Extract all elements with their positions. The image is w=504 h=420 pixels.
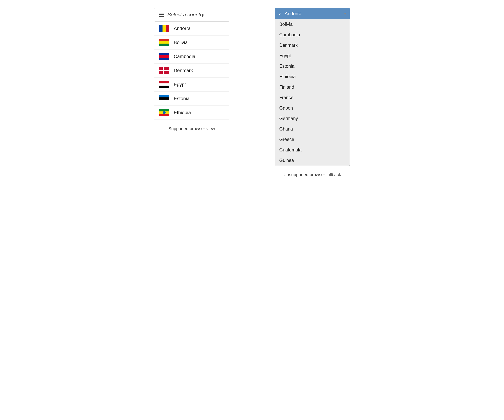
select-trigger-label: Select a country bbox=[168, 12, 204, 18]
select-trigger-button[interactable]: Select a country bbox=[154, 8, 229, 22]
list-item[interactable]: Ghana bbox=[275, 124, 350, 134]
page-wrapper: Select a country AndorraBoliviaCambodiaD… bbox=[143, 8, 361, 177]
list-item[interactable]: Andorra bbox=[154, 22, 229, 35]
select-selected-item[interactable]: ✓ Andorra bbox=[275, 8, 350, 19]
list-item[interactable]: Bolivia bbox=[275, 19, 350, 30]
list-item[interactable]: Estonia bbox=[275, 61, 350, 71]
list-item[interactable]: Estonia bbox=[154, 92, 229, 106]
list-item[interactable]: Ethiopia bbox=[275, 71, 350, 82]
custom-dropdown: AndorraBoliviaCambodiaDenmarkEgyptEstoni… bbox=[154, 22, 229, 120]
left-panel-label: Supported browser view bbox=[168, 126, 215, 131]
country-name-estonia: Estonia bbox=[174, 96, 190, 101]
list-item[interactable]: Greece bbox=[275, 134, 350, 145]
flag-icon-estonia bbox=[159, 95, 169, 102]
right-panel: ✓ Andorra BoliviaCambodiaDenmarkEgyptEst… bbox=[264, 8, 361, 177]
flag-icon-egypt bbox=[159, 81, 169, 88]
country-name-cambodia: Cambodia bbox=[174, 54, 195, 59]
country-name-denmark: Denmark bbox=[174, 68, 193, 73]
flag-icon-denmark bbox=[159, 67, 169, 74]
list-item[interactable]: Cambodia bbox=[154, 50, 229, 64]
list-item[interactable]: Guinea bbox=[275, 155, 350, 166]
list-item[interactable]: Gabon bbox=[275, 103, 350, 113]
right-panel-label: Unsupported browser fallback bbox=[283, 172, 341, 177]
flag-icon-andorra bbox=[159, 25, 169, 32]
list-item[interactable]: Finland bbox=[275, 82, 350, 92]
native-select-wrapper: ✓ Andorra BoliviaCambodiaDenmarkEgyptEst… bbox=[275, 8, 350, 166]
checkmark-icon: ✓ bbox=[278, 11, 282, 16]
select-options-list: BoliviaCambodiaDenmarkEgyptEstoniaEthiop… bbox=[275, 19, 350, 166]
country-name-ethiopia: Ethiopia bbox=[174, 110, 191, 115]
selected-country-label: Andorra bbox=[285, 11, 301, 16]
country-name-egypt: Egypt bbox=[174, 82, 186, 87]
list-item[interactable]: France bbox=[275, 92, 350, 103]
list-item[interactable]: Egypt bbox=[275, 51, 350, 61]
list-item[interactable]: Germany bbox=[275, 113, 350, 124]
custom-select-container: Select a country AndorraBoliviaCambodiaD… bbox=[154, 8, 229, 120]
flag-icon-ethiopia bbox=[159, 109, 169, 116]
hamburger-icon bbox=[159, 13, 164, 17]
country-name-bolivia: Bolivia bbox=[174, 40, 188, 45]
list-item[interactable]: Guatemala bbox=[275, 145, 350, 155]
list-item[interactable]: Egypt bbox=[154, 78, 229, 92]
dropdown-arrow-icon bbox=[344, 13, 347, 15]
country-name-andorra: Andorra bbox=[174, 26, 191, 31]
list-item[interactable]: Denmark bbox=[275, 40, 350, 51]
list-item[interactable]: Cambodia bbox=[275, 30, 350, 40]
list-item[interactable]: Ethiopia bbox=[154, 106, 229, 120]
left-panel: Select a country AndorraBoliviaCambodiaD… bbox=[143, 8, 240, 131]
flag-icon-cambodia bbox=[159, 53, 169, 60]
native-select-box[interactable]: ✓ Andorra BoliviaCambodiaDenmarkEgyptEst… bbox=[275, 8, 350, 166]
flag-icon-bolivia bbox=[159, 39, 169, 46]
list-item[interactable]: Denmark bbox=[154, 64, 229, 78]
list-item[interactable]: Bolivia bbox=[154, 35, 229, 50]
